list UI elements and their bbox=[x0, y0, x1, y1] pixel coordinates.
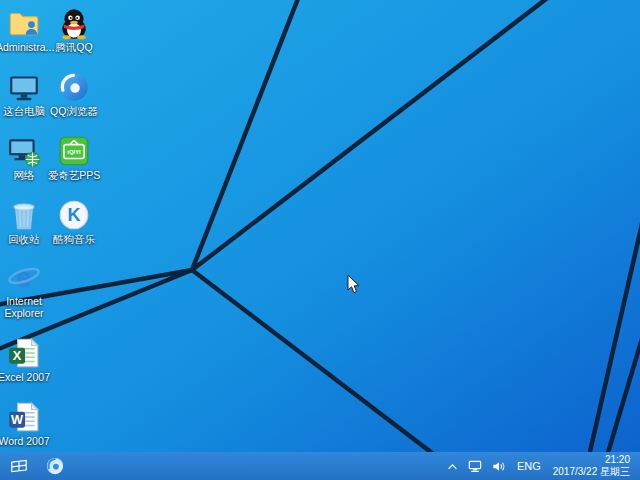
clock-time: 21:20 bbox=[553, 454, 630, 466]
language-indicator[interactable]: ENG bbox=[511, 452, 547, 480]
start-button[interactable] bbox=[0, 452, 38, 480]
internet-explorer-icon: e bbox=[7, 260, 41, 294]
kugou-music-icon: K bbox=[57, 198, 91, 232]
recycle-bin-icon bbox=[7, 198, 41, 232]
desktop-icon-label: Word 2007 bbox=[0, 435, 52, 447]
qq-icon bbox=[57, 6, 91, 40]
desktop-icon-tencent-qq[interactable]: 腾讯QQ bbox=[46, 6, 102, 53]
windows-logo-icon bbox=[9, 458, 29, 474]
taskbar-browser-button[interactable] bbox=[38, 452, 72, 480]
desktop-icon-kugou-music[interactable]: K 酷狗音乐 bbox=[46, 198, 102, 245]
desktop-icon-label: QQ浏览器 bbox=[46, 105, 102, 117]
desktop-icon-word-2007[interactable]: W Word 2007 bbox=[0, 400, 52, 447]
svg-text:iQIYI: iQIYI bbox=[67, 149, 81, 155]
speaker-icon bbox=[492, 460, 506, 473]
computer-icon bbox=[7, 70, 41, 104]
desktop-icon-label: 这台电脑 bbox=[0, 105, 52, 117]
desktop[interactable]: Administra... 这台电脑 网络 bbox=[0, 0, 640, 480]
desktop-icon-qq-browser[interactable]: QQ浏览器 bbox=[46, 70, 102, 117]
desktop-icon-label: 酷狗音乐 bbox=[46, 233, 102, 245]
clock[interactable]: 21:20 2017/3/22 星期三 bbox=[547, 454, 634, 478]
word-icon: W bbox=[7, 400, 41, 434]
desktop-icon-label: 回收站 bbox=[0, 233, 52, 245]
network-tray-icon bbox=[468, 460, 482, 473]
qq-browser-icon bbox=[57, 70, 91, 104]
desktop-icon-network[interactable]: 网络 bbox=[0, 134, 52, 181]
show-hidden-icons-button[interactable] bbox=[442, 452, 463, 480]
desktop-icon-label: 腾讯QQ bbox=[46, 41, 102, 53]
desktop-icon-internet-explorer[interactable]: e Internet Explorer bbox=[0, 260, 52, 319]
clock-date: 2017/3/22 星期三 bbox=[553, 466, 630, 478]
desktop-icon-excel-2007[interactable]: X Excel 2007 bbox=[0, 336, 52, 383]
svg-text:K: K bbox=[67, 205, 80, 225]
desktop-icon-administrator[interactable]: Administra... bbox=[0, 6, 52, 53]
taskbar: ENG 21:20 2017/3/22 星期三 bbox=[0, 452, 640, 480]
network-icon bbox=[7, 134, 41, 168]
system-tray: ENG 21:20 2017/3/22 星期三 bbox=[442, 452, 640, 480]
svg-text:e: e bbox=[16, 262, 31, 293]
desktop-icon-label: 网络 bbox=[0, 169, 52, 181]
desktop-icon-label: Excel 2007 bbox=[0, 371, 52, 383]
network-status-button[interactable] bbox=[463, 452, 487, 480]
svg-text:X: X bbox=[13, 348, 22, 363]
chevron-up-icon bbox=[447, 462, 458, 471]
desktop-icon-label: Administra... bbox=[0, 41, 52, 53]
desktop-icon-label: Internet Explorer bbox=[0, 295, 52, 319]
desktop-icon-label: 爱奇艺PPS bbox=[46, 169, 102, 181]
desktop-icon-recycle-bin[interactable]: 回收站 bbox=[0, 198, 52, 245]
desktop-icon-iqiyi-pps[interactable]: iQIYI 爱奇艺PPS bbox=[46, 134, 102, 181]
user-folder-icon bbox=[7, 6, 41, 40]
svg-text:W: W bbox=[11, 412, 24, 427]
volume-button[interactable] bbox=[487, 452, 511, 480]
iqiyi-pps-icon: iQIYI bbox=[57, 134, 91, 168]
browser-icon bbox=[45, 456, 65, 476]
desktop-icon-this-pc[interactable]: 这台电脑 bbox=[0, 70, 52, 117]
excel-icon: X bbox=[7, 336, 41, 370]
